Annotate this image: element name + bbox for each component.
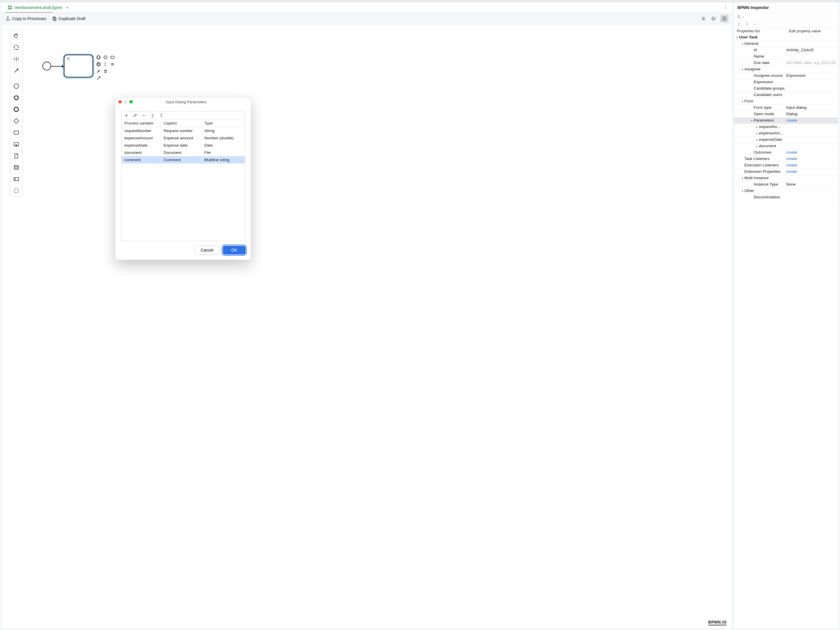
prop-parameters[interactable]: ▾Parameters create [734,117,838,124]
ctx-intermediate-event-icon[interactable] [96,62,101,67]
view-list-icon[interactable] [699,14,707,23]
modal-footer: Cancel OK [115,241,251,260]
duplicate-icon [52,16,57,21]
ctx-annotation-icon[interactable] [103,62,108,67]
prop-assignee-source[interactable]: Assignee source Expression [734,73,838,79]
prop-documentation[interactable]: Documentation [734,194,838,201]
prop-open-mode[interactable]: Open mode Dialog [734,111,838,117]
window-zoom-icon[interactable] [129,100,133,104]
bpmn-user-task[interactable] [64,55,93,78]
ok-button[interactable]: OK [223,246,246,255]
col-process-variable[interactable]: Process variable [122,120,161,127]
cancel-button[interactable]: Cancel [194,246,219,255]
prop-execution-listeners[interactable]: Execution Listeners create [734,162,838,169]
tree-general[interactable]: ▾General [734,41,838,47]
prop-task-listeners[interactable]: Task Listeners create [734,156,838,162]
palette-participant-icon[interactable] [12,175,21,183]
palette-data-store-icon[interactable] [12,163,21,172]
param-expense-date[interactable]: ▸expenseDate [734,137,838,143]
palette-intermediate-event-icon[interactable] [12,93,21,102]
bpmn-sequence-flow[interactable] [51,66,64,66]
palette-space-tool-icon[interactable] [12,55,21,63]
search-icon [737,15,741,19]
bpmn-start-event[interactable] [43,62,51,70]
file-tab[interactable]: reimbursement.draft.bpmn × [5,2,71,13]
param-request-number[interactable]: ▸requestNu… [734,124,838,130]
table-row-selected[interactable]: comment Comment Multiline string [122,156,245,163]
remove-row-icon[interactable] [142,114,146,117]
prop-instance-type[interactable]: Instance Type None [734,182,838,188]
ctx-wrench-icon[interactable] [96,69,101,74]
tree-root-user-task[interactable]: ▾User Task [734,34,838,41]
property-value-header: Edit property value [789,29,835,33]
param-document[interactable]: ▸document [734,143,838,149]
move-down-icon[interactable] [159,114,163,117]
palette-lasso-tool-icon[interactable] [12,43,21,51]
prop-form-type[interactable]: Form type Input dialog [734,105,838,111]
ctx-delete-icon[interactable] [103,69,108,74]
expand-up-icon[interactable] [737,22,741,26]
input-dialog-parameters-modal: Input Dialog Parameters [115,97,251,260]
prop-candidate-users[interactable]: Candidate users [734,92,838,98]
inspector-search[interactable]: ▾ [734,13,838,21]
add-row-icon[interactable] [125,114,128,117]
palette-start-event-icon[interactable] [12,82,21,90]
svg-point-10 [14,84,19,89]
palette-gateway-icon[interactable] [12,117,21,125]
svg-point-12 [15,96,18,100]
svg-rect-4 [53,17,55,20]
table-row[interactable]: expenseAmount Expense amount Number (dou… [122,135,245,142]
table-toolbar [122,112,245,120]
tree-other[interactable]: ▾Other [734,188,838,194]
prop-outcomes[interactable]: Outcomes create [734,149,838,156]
prop-id[interactable]: Id Activity_12ytu3i [734,47,838,54]
prop-extension-properties[interactable]: Extension Properties create [734,169,838,175]
prop-due-date[interactable]: Due date ISO 8601 date, e.g. 2011-03 [734,60,838,66]
svg-point-8 [724,18,725,19]
duplicate-draft-button[interactable]: Duplicate Draft [52,16,86,21]
palette-hand-tool-icon[interactable] [12,32,21,40]
palette-connect-tool-icon[interactable] [12,66,21,75]
svg-rect-24 [111,56,114,59]
palette-end-event-icon[interactable] [12,105,21,114]
move-up-icon[interactable] [150,114,155,117]
canvas[interactable]: BPMN.IO Input Dialog Parameters [2,24,732,628]
ctx-task-icon[interactable] [110,55,115,60]
ctx-replace-icon[interactable] [110,62,115,67]
tree-form[interactable]: ▾Form [734,98,838,105]
expand-down-icon[interactable] [745,22,749,26]
view-split-icon[interactable] [710,14,718,23]
edit-row-icon[interactable] [133,114,137,117]
col-caption[interactable]: Caption [161,120,201,127]
inspector-title: BPMN Inspector [734,2,838,13]
param-expense-amount[interactable]: ▸expenseAm… [734,130,838,137]
ctx-end-event-icon[interactable] [96,55,101,60]
close-tab-icon[interactable]: × [66,5,69,10]
prop-candidate-groups[interactable]: Candidate groups [734,85,838,92]
collapse-icon[interactable] [753,22,757,26]
file-tab-label: reimbursement.draft.bpmn [14,5,62,10]
table-row[interactable]: requestNumber Request number String [122,127,245,135]
tab-more-icon[interactable]: ⋮ [723,5,728,10]
svg-point-3 [11,8,12,9]
table-row[interactable]: expenseDate Expense date Date [122,142,245,149]
prop-name[interactable]: Name [734,54,838,60]
prop-expression[interactable]: Expression [734,79,838,85]
copy-to-processes-button[interactable]: Copy to Processes [5,16,46,21]
table-row[interactable]: document Document File [122,149,245,156]
view-diagram-icon[interactable] [720,14,728,23]
table-body: requestNumber Request number String expe… [122,127,245,241]
palette-group-icon[interactable] [12,187,21,195]
ctx-gateway-icon[interactable] [103,55,108,60]
col-type[interactable]: Type [201,120,245,127]
ctx-connect-icon[interactable] [96,76,101,81]
window-close-icon[interactable] [118,100,122,104]
svg-point-0 [8,6,9,7]
palette-task-icon[interactable] [12,128,21,137]
palette-subprocess-icon[interactable] [12,140,21,148]
palette-data-object-icon[interactable] [12,152,21,160]
window-minimize-icon[interactable] [124,100,127,104]
tree-multi-instance[interactable]: ▾Multi Instance [734,175,838,182]
tree-assignee[interactable]: ▾Assignee [734,66,838,73]
svg-point-27 [737,16,740,18]
